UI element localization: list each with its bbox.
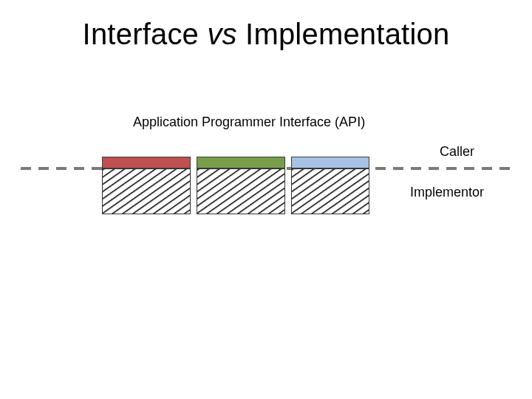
api-box-1 xyxy=(102,157,191,168)
api-box-2 xyxy=(197,157,285,168)
title-vs: vs xyxy=(207,18,236,50)
svg-rect-4 xyxy=(197,169,284,214)
svg-rect-5 xyxy=(292,169,369,214)
api-label: Application Programmer Interface (API) xyxy=(133,115,365,130)
slide: Interface vs Implementation Application … xyxy=(0,0,532,399)
caller-label: Caller xyxy=(440,144,474,160)
title-after: Implementation xyxy=(237,18,450,50)
page-title: Interface vs Implementation xyxy=(0,18,532,51)
api-box-3 xyxy=(291,157,369,168)
impl-box-1 xyxy=(102,168,191,214)
svg-rect-3 xyxy=(103,169,190,214)
impl-box-2 xyxy=(197,168,285,214)
implementor-label: Implementor xyxy=(410,185,484,200)
title-before: Interface xyxy=(83,18,208,50)
impl-box-3 xyxy=(291,168,369,214)
